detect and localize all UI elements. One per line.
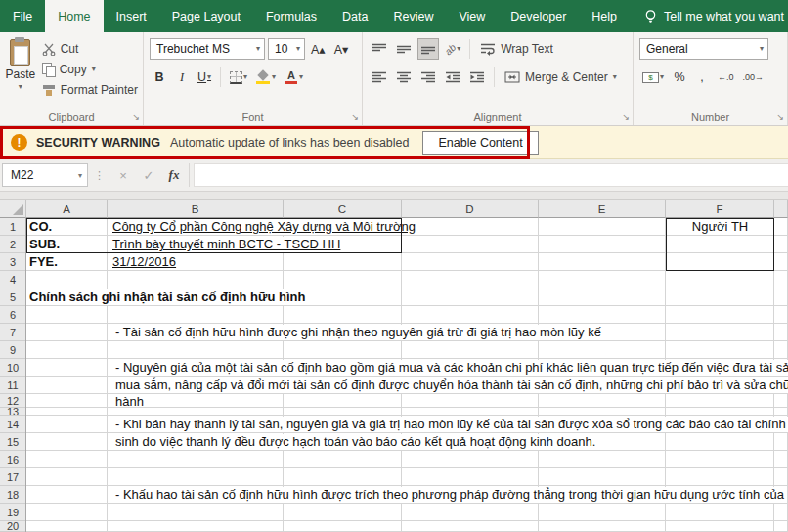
row-header-3[interactable]: 3 [0,253,25,271]
column-header-D[interactable]: D [402,200,539,218]
row-header-2[interactable]: 2 [0,236,25,253]
cell-A5[interactable]: Chính sách ghi nhận tài sản cố định hữu … [26,289,308,305]
italic-button[interactable]: I [172,66,192,88]
column-header-A[interactable]: A [26,200,108,218]
cell-B15[interactable]: sinh do việc thanh lý đều được hạch toán… [112,434,598,450]
tab-data[interactable]: Data [329,0,380,32]
row-header-17[interactable]: 17 [0,468,25,486]
cells-area[interactable]: CO.Công ty Cổ phần Công nghệ Xây dựng và… [26,218,788,532]
cell-A2[interactable]: SUB. [26,237,63,252]
tab-insert[interactable]: Insert [104,0,159,32]
row-header-4[interactable]: 4 [0,271,25,288]
row-header-9[interactable]: 9 [0,341,25,359]
row-header-11[interactable]: 11 [0,377,25,394]
clipboard-dialog-launcher[interactable]: ↘ [132,113,140,122]
top-align-button[interactable] [369,38,390,60]
increase-indent-button[interactable] [466,66,488,88]
comma-style-button[interactable]: , [692,66,712,88]
tab-tell-me-what-you-want[interactable]: Tell me what you want [632,0,788,32]
cell-B9c[interactable]: hành [112,394,147,407]
cell-F1[interactable]: Người TH [666,219,774,235]
column-header-B[interactable]: B [108,200,284,218]
tab-help[interactable]: Help [579,0,630,32]
wrap-text-button[interactable]: Wrap Text [476,38,557,60]
formula-bar-splitter[interactable]: ⋮ [88,169,110,182]
orientation-button[interactable]: ab▾ [442,38,463,60]
font-dialog-launcher[interactable]: ↘ [351,113,359,122]
percent-style-button[interactable]: % [670,66,689,88]
font-size-select[interactable]: 10 ▾ [268,38,305,60]
copy-button[interactable]: Copy ▾ [39,59,141,79]
row-header-7[interactable]: 7 [0,324,25,341]
cell-A1[interactable]: CO. [26,219,55,235]
row-header-20[interactable]: 20 [0,521,25,532]
decrease-decimal-button[interactable]: .00→ [740,67,767,87]
row-header-19[interactable]: 19 [0,504,25,521]
cancel-button[interactable]: × [110,163,136,187]
merge-center-button[interactable]: Merge & Center ▾ [501,66,621,88]
row-header-1[interactable]: 1 [0,218,25,236]
format-painter-button[interactable]: Format Painter [39,79,141,100]
middle-align-button[interactable] [393,38,415,60]
row-header-14[interactable]: 14 [0,416,25,433]
tab-view[interactable]: View [446,0,498,32]
row-header-18[interactable]: 18 [0,486,25,504]
tab-file[interactable]: File [0,0,45,32]
paste-label: Paste [5,67,35,81]
fill-color-button[interactable]: ▾ [253,66,279,88]
align-left-button[interactable] [369,66,390,88]
column-header-E[interactable]: E [539,200,666,218]
underline-button[interactable]: U▾ [195,66,214,88]
font-color-button[interactable]: A▾ [282,66,306,88]
paste-button[interactable]: Paste ▾ [4,37,37,100]
cell-B9[interactable]: - Nguyên giá của một tài sản cố định bao… [112,360,788,376]
align-right-button[interactable] [417,66,439,88]
bold-button[interactable]: B [150,66,169,88]
align-center-button[interactable] [393,66,415,88]
decrease-font-size-button[interactable]: A▾ [331,38,352,60]
tab-home[interactable]: Home [45,0,103,32]
row-header-6[interactable]: 6 [0,306,25,324]
row-header-5[interactable]: 5 [0,288,25,306]
cell-B14[interactable]: - Khi bán hay thanh lý tài sản, nguyên g… [112,417,788,432]
insert-function-button[interactable]: fx [161,163,187,187]
name-box[interactable]: M22 ▾ [2,163,88,187]
formula-input[interactable] [194,163,788,187]
merge-center-icon [504,71,520,83]
accounting-format-button[interactable]: $▾ [639,66,667,88]
cut-label: Cut [61,42,79,56]
tab-formulas[interactable]: Formulas [253,0,329,32]
enter-button[interactable]: ✓ [136,163,161,187]
cell-B3[interactable]: 31/12/2016 [109,254,179,270]
cell-B9b[interactable]: mua sắm, nâng cấp và đổi mới tài sản cố … [112,377,788,393]
borders-button[interactable]: ▾ [227,66,250,88]
cut-button[interactable]: Cut [39,38,141,59]
cell-B2[interactable]: Trình bày thuyết minh BCTC - TSCĐ HH [109,237,343,252]
increase-decimal-button[interactable]: ←.0 [715,67,737,87]
decrease-indent-button[interactable] [442,66,463,88]
tab-review[interactable]: Review [380,0,446,32]
alignment-dialog-launcher[interactable]: ↘ [622,113,630,122]
bottom-align-button[interactable] [417,38,439,60]
cell-B1[interactable]: Công ty Cổ phần Công nghệ Xây dựng và Mô… [109,219,418,235]
row-header-10[interactable]: 10 [0,359,25,377]
select-all-button[interactable] [0,200,26,218]
column-header-F[interactable]: F [666,200,774,218]
row-header-13[interactable]: 13 [0,408,25,416]
number-format-value: General [646,42,688,56]
column-header-partial[interactable] [774,200,788,218]
number-format-select[interactable]: General ▾ [639,38,768,60]
cell-A3[interactable]: FYE. [26,254,61,270]
row-header-16[interactable]: 16 [0,451,25,468]
row-header-15[interactable]: 15 [0,433,25,451]
row-header-12[interactable]: 12 [0,394,25,408]
tab-developer[interactable]: Developer [498,0,579,32]
increase-font-size-button[interactable]: A▴ [308,38,328,60]
enable-content-button[interactable]: Enable Content [422,131,538,155]
number-dialog-launcher[interactable]: ↘ [776,113,784,122]
cell-B7[interactable]: - Tài sản cố định hữu hình được ghi nhận… [112,325,604,340]
tab-page-layout[interactable]: Page Layout [159,0,253,32]
font-name-select[interactable]: Trebuchet MS ▾ [150,38,265,60]
column-header-C[interactable]: C [284,200,402,218]
cell-B18[interactable]: - Khấu hao tài sản cố định hữu hình được… [112,487,787,503]
